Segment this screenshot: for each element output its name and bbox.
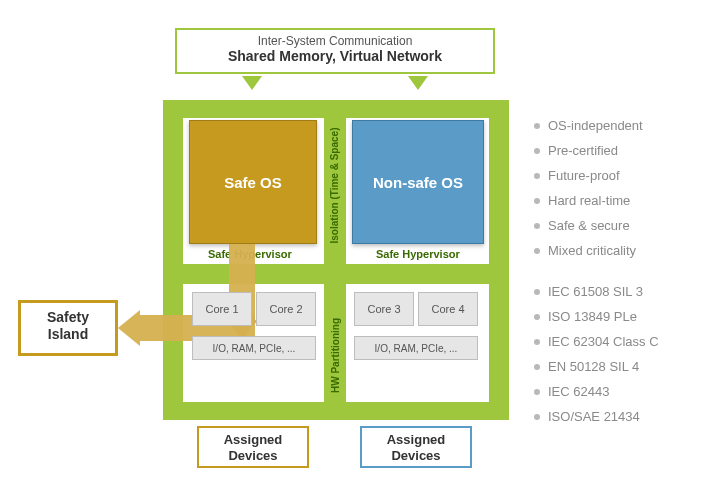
banner-arrow-right-icon xyxy=(408,76,428,90)
frame-right xyxy=(489,100,509,420)
frame-left xyxy=(163,100,183,420)
island-l2: Island xyxy=(21,326,115,343)
core-4: Core 4 xyxy=(418,292,478,326)
banner-inter-system: Inter-System Communication Shared Memory… xyxy=(175,28,495,74)
standard-item: IEC 62443 xyxy=(534,384,704,399)
standard-item: IEC 61508 SIL 3 xyxy=(534,284,704,299)
banner-subtitle: Inter-System Communication xyxy=(177,34,493,48)
nonsafe-os-label: Non-safe OS xyxy=(373,174,463,191)
diagram-stage: Inter-System Communication Shared Memory… xyxy=(0,0,710,500)
io-right: I/O, RAM, PCIe, ... xyxy=(354,336,478,360)
feature-item: Future-proof xyxy=(534,168,704,183)
feature-item: OS-independent xyxy=(534,118,704,133)
safe-os-label: Safe OS xyxy=(224,174,282,191)
banner-title: Shared Memory, Virtual Network xyxy=(177,48,493,64)
io-left: I/O, RAM, PCIe, ... xyxy=(192,336,316,360)
nonsafe-os-box: Non-safe OS xyxy=(352,120,484,244)
assigned-devices-right: Assigned Devices xyxy=(360,426,472,468)
safety-island-box: Safety Island xyxy=(18,300,118,356)
feature-item: Mixed criticality xyxy=(534,243,704,258)
feature-item: Hard real-time xyxy=(534,193,704,208)
standard-item: EN 50128 SIL 4 xyxy=(534,359,704,374)
feature-item: Pre-certified xyxy=(534,143,704,158)
island-l1: Safety xyxy=(21,309,115,326)
frame-mid xyxy=(163,264,509,284)
frame-bottom xyxy=(163,402,509,420)
assigned-left-l2: Devices xyxy=(199,448,307,464)
core-1: Core 1 xyxy=(192,292,252,326)
core-2: Core 2 xyxy=(256,292,316,326)
core-3: Core 3 xyxy=(354,292,414,326)
feature-list: OS-independent Pre-certified Future-proo… xyxy=(534,118,704,434)
assigned-right-l2: Devices xyxy=(362,448,470,464)
standard-item: IEC 62304 Class C xyxy=(534,334,704,349)
banner-arrow-left-icon xyxy=(242,76,262,90)
assigned-left-l1: Assigned xyxy=(199,432,307,448)
safe-os-box: Safe OS xyxy=(189,120,317,244)
assigned-right-l1: Assigned xyxy=(362,432,470,448)
standard-item: ISO 13849 PLe xyxy=(534,309,704,324)
standard-item: ISO/SAE 21434 xyxy=(534,409,704,424)
assigned-devices-left: Assigned Devices xyxy=(197,426,309,468)
arrow-left-head-icon xyxy=(118,310,140,346)
feature-item: Safe & secure xyxy=(534,218,704,233)
hypervisor-right-label: Safe Hypervisor xyxy=(376,248,460,260)
